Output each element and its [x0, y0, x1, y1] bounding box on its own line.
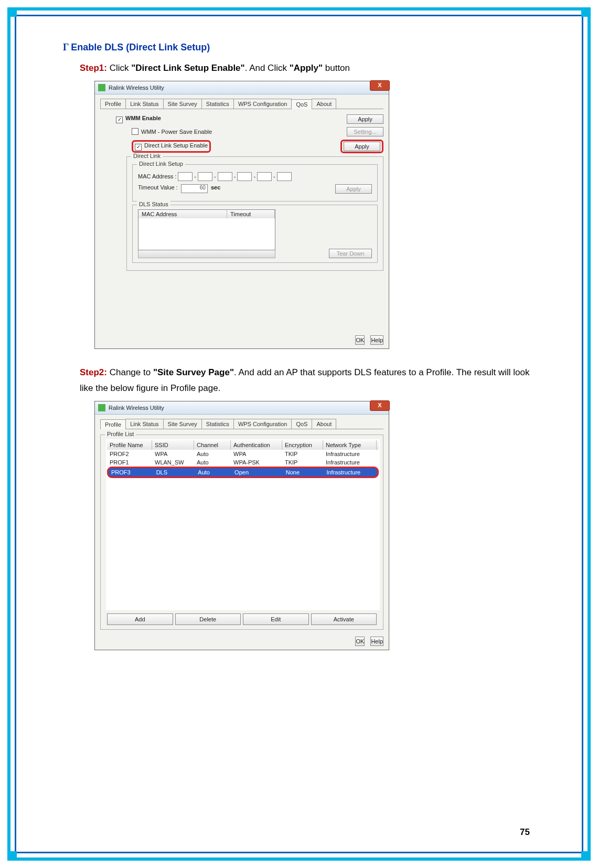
figure1-window: Ralink Wireless Utility X Profile Link S…: [94, 81, 389, 349]
delete-button[interactable]: Delete: [175, 613, 241, 625]
tab-link-status[interactable]: Link Status: [125, 99, 163, 109]
mac-input-2[interactable]: [198, 172, 212, 181]
dls-enable-label: Direct Link Setup Enable: [144, 142, 208, 149]
dls-enable-highlight: Direct Link Setup Enable: [132, 140, 211, 153]
app-icon: [98, 84, 105, 91]
apply-highlight: Apply: [340, 140, 383, 153]
tab-wps-2[interactable]: WPS Configuration: [233, 419, 292, 429]
titlebar-2: Ralink Wireless Utility X: [95, 401, 389, 415]
scrollbar[interactable]: [138, 250, 275, 258]
dls-status-table: MAC Address Timeout: [138, 209, 275, 250]
direct-link-legend: Direct Link: [131, 153, 163, 159]
edit-button[interactable]: Edit: [243, 613, 309, 625]
th-channel: Channel: [194, 440, 231, 450]
tab-profile[interactable]: Profile: [100, 99, 126, 109]
page-number: 75: [520, 827, 530, 838]
close-button[interactable]: X: [370, 80, 390, 91]
power-save-label: WMM - Power Save Enable: [141, 129, 212, 135]
dls-status-legend: DLS Status: [137, 201, 170, 207]
titlebar: Ralink Wireless Utility X: [95, 81, 389, 94]
table-row-selected[interactable]: PROF3DLSAutoOpenNoneInfrastructure: [107, 467, 379, 478]
tab-statistics-2[interactable]: Statistics: [201, 419, 234, 429]
step1-text: Step1: Click "Direct Link Setup Enable".…: [80, 60, 540, 77]
figure2-window: Ralink Wireless Utility X Profile Link S…: [94, 401, 389, 650]
close-button-2[interactable]: X: [370, 400, 390, 411]
help-button-2[interactable]: Help: [370, 637, 383, 646]
tab-about[interactable]: About: [312, 99, 336, 109]
tab-strip-2: Profile Link Status Site Survey Statisti…: [100, 419, 383, 429]
tab-about-2[interactable]: About: [312, 419, 336, 429]
ok-button-2[interactable]: OK: [355, 637, 365, 646]
tab-site-survey-2[interactable]: Site Survey: [163, 419, 202, 429]
table-row[interactable]: PROF2WPAAutoWPATKIPInfrastructure: [107, 450, 379, 458]
th-network-type: Network Type: [323, 440, 377, 450]
table-row[interactable]: PROF1WLAN_SWAutoWPA-PSKTKIPInfrastructur…: [107, 458, 379, 467]
mac-input-3[interactable]: [218, 172, 232, 181]
th-auth: Authentication: [231, 440, 282, 450]
mac-input-4[interactable]: [237, 172, 252, 181]
setting-button: Setting...: [347, 127, 383, 136]
wmm-enable-label: WMM Enable: [125, 115, 161, 121]
direct-link-setup-legend: Direct Link Setup: [137, 161, 185, 167]
timeout-label: Timeout Value :: [138, 184, 178, 190]
profile-table: Profile Name SSID Channel Authentication…: [106, 439, 380, 610]
window-title: Ralink Wireless Utility: [109, 84, 164, 91]
dls-enable-checkbox[interactable]: [135, 144, 142, 151]
apply-button-wmm[interactable]: Apply: [347, 114, 383, 124]
tab-strip: Profile Link Status Site Survey Statisti…: [100, 99, 383, 109]
add-button[interactable]: Add: [107, 613, 173, 625]
tab-qos[interactable]: QoS: [291, 99, 312, 109]
mac-input-6[interactable]: [277, 172, 292, 181]
mac-row: MAC Address : - - - - -: [138, 172, 372, 181]
tab-wps[interactable]: WPS Configuration: [233, 99, 292, 109]
app-icon: [98, 404, 105, 411]
th-encryption: Encryption: [282, 440, 323, 450]
th-mac: MAC Address: [138, 210, 227, 218]
help-button[interactable]: Help: [370, 335, 383, 345]
mac-input-5[interactable]: [257, 172, 272, 181]
step2-text: Step2: Change to "Site Survey Page". And…: [80, 365, 540, 397]
apply-button-dls[interactable]: Apply: [344, 142, 380, 151]
tab-qos-2[interactable]: QoS: [291, 419, 312, 429]
teardown-button: Tear Down: [329, 249, 372, 258]
tab-site-survey[interactable]: Site Survey: [163, 99, 202, 109]
tab-profile-2[interactable]: Profile: [100, 419, 126, 429]
th-profile-name: Profile Name: [107, 440, 152, 450]
timeout-input[interactable]: 60: [181, 184, 208, 193]
apply-button-timeout: Apply: [335, 184, 372, 194]
mac-label: MAC Address :: [138, 173, 176, 179]
window-title-2: Ralink Wireless Utility: [109, 405, 164, 411]
activate-button[interactable]: Activate: [311, 613, 377, 625]
ok-button[interactable]: OK: [355, 335, 365, 345]
section-heading: Γ Enable DLS (Direct Link Setup): [63, 42, 540, 53]
mac-input-1[interactable]: [178, 172, 193, 181]
th-ssid: SSID: [152, 440, 194, 450]
tab-link-status-2[interactable]: Link Status: [125, 419, 163, 429]
power-save-checkbox[interactable]: [132, 128, 138, 135]
timeout-unit: sec: [211, 184, 220, 190]
tab-statistics[interactable]: Statistics: [201, 99, 234, 109]
profile-list-legend: Profile List: [105, 431, 136, 437]
wmm-enable-checkbox[interactable]: [116, 117, 123, 123]
th-timeout: Timeout: [227, 210, 275, 218]
